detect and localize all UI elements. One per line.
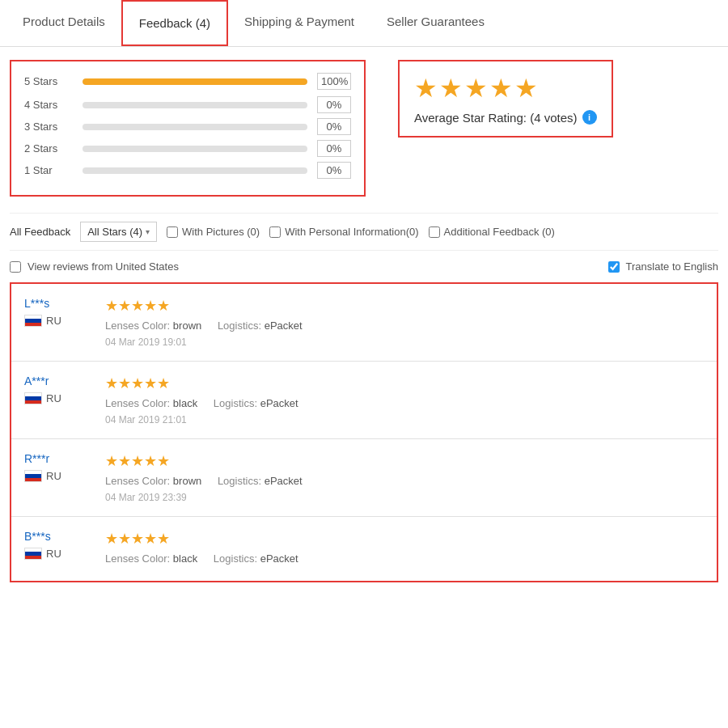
country-code: RU	[46, 392, 61, 404]
tab-feedback[interactable]: Feedback (4)	[121, 0, 228, 46]
translate-checkbox[interactable]	[608, 261, 620, 273]
additional-filter[interactable]: Additional Feedback (0)	[429, 226, 555, 238]
location-checkbox[interactable]	[10, 261, 21, 273]
with-personal-checkbox[interactable]	[269, 226, 281, 238]
review-item: L***s RU ★★★★★ Lenses Color: brown Logis…	[11, 284, 717, 362]
lenses-val: brown	[173, 320, 201, 332]
flag-icon	[24, 392, 42, 404]
review-item: B***s RU ★★★★★ Lenses Color: black Logis…	[11, 517, 717, 581]
review-header: A***r RU ★★★★★ Lenses Color: black Logis…	[24, 375, 704, 425]
reviewer-country: RU	[24, 548, 89, 560]
reviewer-info: B***s RU	[24, 530, 89, 560]
bar-label: 4 Stars	[24, 99, 73, 111]
logistics-val: ePacket	[265, 320, 303, 332]
bar-label: 2 Stars	[24, 142, 73, 154]
review-content: ★★★★★ Lenses Color: black Logistics: ePa…	[105, 375, 704, 425]
flag-icon	[24, 548, 42, 560]
review-item: A***r RU ★★★★★ Lenses Color: black Logis…	[11, 362, 717, 439]
review-content: ★★★★★ Lenses Color: brown Logistics: ePa…	[105, 297, 704, 348]
location-filter[interactable]: View reviews from United States	[10, 260, 179, 273]
additional-checkbox[interactable]	[429, 226, 440, 238]
flag-icon	[24, 315, 42, 327]
review-date: 04 Mar 2019 21:01	[105, 414, 704, 425]
review-stars: ★★★★★	[105, 297, 704, 315]
stars-display: ★★★★★	[414, 73, 597, 104]
rating-bars-box: 5 Stars 100% 4 Stars 0% 3 Stars 0% 2 Sta…	[10, 60, 366, 197]
country-code: RU	[46, 470, 61, 482]
filter-bar: All Feedback All Stars (4) ▾ With Pictur…	[10, 213, 718, 251]
bar-label: 5 Stars	[24, 75, 73, 87]
tab-seller[interactable]: Seller Guarantees	[370, 0, 501, 46]
reviews-box: L***s RU ★★★★★ Lenses Color: brown Logis…	[10, 282, 718, 582]
review-stars: ★★★★★	[105, 375, 704, 392]
tab-shipping[interactable]: Shipping & Payment	[228, 0, 370, 46]
with-personal-filter[interactable]: With Personal Information(0)	[269, 226, 418, 238]
translate-filter[interactable]: Translate to English	[608, 260, 718, 273]
bar-track	[83, 102, 307, 108]
logistics-key: Logistics:	[214, 552, 257, 565]
review-item: R***r RU ★★★★★ Lenses Color: brown Logis…	[11, 439, 717, 517]
lenses-key: Lenses Color:	[105, 475, 170, 487]
with-pictures-label: With Pictures (0)	[182, 226, 260, 238]
lenses-val: black	[173, 552, 197, 565]
reviewer-info: A***r RU	[24, 375, 89, 404]
flag-icon	[24, 470, 42, 482]
bar-row: 3 Stars 0%	[24, 118, 351, 135]
country-code: RU	[46, 548, 61, 560]
review-details: Lenses Color: black Logistics: ePacket	[105, 552, 704, 565]
with-personal-label: With Personal Information(0)	[285, 226, 418, 238]
logistics-val: ePacket	[260, 397, 298, 409]
bar-track	[83, 167, 307, 174]
location-label: View reviews from United States	[28, 260, 179, 273]
review-stars: ★★★★★	[105, 452, 704, 470]
review-date: 04 Mar 2019 19:01	[105, 336, 704, 348]
with-pictures-filter[interactable]: With Pictures (0)	[167, 226, 260, 238]
reviewer-info: R***r RU	[24, 452, 89, 482]
country-code: RU	[46, 315, 61, 327]
logistics-key: Logistics:	[218, 320, 261, 332]
logistics-key: Logistics:	[218, 475, 261, 487]
review-content: ★★★★★ Lenses Color: brown Logistics: ePa…	[105, 452, 704, 503]
bar-pct: 0%	[317, 96, 351, 113]
review-date: 04 Mar 2019 23:39	[105, 492, 704, 503]
bar-pct: 0%	[317, 162, 351, 179]
review-header: R***r RU ★★★★★ Lenses Color: brown Logis…	[24, 452, 704, 503]
translate-label: Translate to English	[626, 260, 718, 273]
lenses-key: Lenses Color:	[105, 320, 170, 332]
bar-track	[83, 124, 307, 130]
logistics-val: ePacket	[260, 552, 298, 565]
logistics-val: ePacket	[265, 475, 303, 487]
bar-label: 3 Stars	[24, 121, 73, 133]
reviewer-name[interactable]: R***r	[24, 452, 89, 465]
with-pictures-checkbox[interactable]	[167, 226, 178, 238]
bar-pct: 0%	[317, 140, 351, 157]
reviewer-country: RU	[24, 315, 89, 327]
bar-row: 2 Stars 0%	[24, 140, 351, 157]
review-stars: ★★★★★	[105, 530, 704, 548]
bar-pct: 100%	[317, 73, 351, 90]
reviewer-name[interactable]: L***s	[24, 297, 89, 310]
info-icon[interactable]: i	[582, 110, 597, 125]
lenses-key: Lenses Color:	[105, 397, 170, 409]
bar-label: 1 Star	[24, 164, 73, 176]
review-content: ★★★★★ Lenses Color: black Logistics: ePa…	[105, 530, 704, 568]
bar-pct: 0%	[317, 118, 351, 135]
avg-text: Average Star Rating: (4 votes) i	[414, 110, 597, 125]
review-details: Lenses Color: brown Logistics: ePacket	[105, 475, 704, 487]
tab-product-details[interactable]: Product Details	[6, 0, 121, 46]
reviewer-country: RU	[24, 470, 89, 482]
dropdown-arrow-icon: ▾	[146, 227, 150, 236]
bar-track	[83, 78, 307, 85]
reviewer-name[interactable]: B***s	[24, 530, 89, 543]
bar-row: 5 Stars 100%	[24, 73, 351, 90]
bar-row: 1 Star 0%	[24, 162, 351, 179]
main-content: 5 Stars 100% 4 Stars 0% 3 Stars 0% 2 Sta…	[0, 47, 728, 595]
review-details: Lenses Color: brown Logistics: ePacket	[105, 320, 704, 332]
reviewer-country: RU	[24, 392, 89, 404]
location-bar: View reviews from United States Translat…	[10, 251, 718, 282]
tab-bar: Product Details Feedback (4) Shipping & …	[0, 0, 728, 47]
rating-section: 5 Stars 100% 4 Stars 0% 3 Stars 0% 2 Sta…	[10, 60, 718, 197]
reviewer-name[interactable]: A***r	[24, 375, 89, 387]
review-details: Lenses Color: black Logistics: ePacket	[105, 397, 704, 409]
all-stars-dropdown[interactable]: All Stars (4) ▾	[80, 222, 157, 242]
